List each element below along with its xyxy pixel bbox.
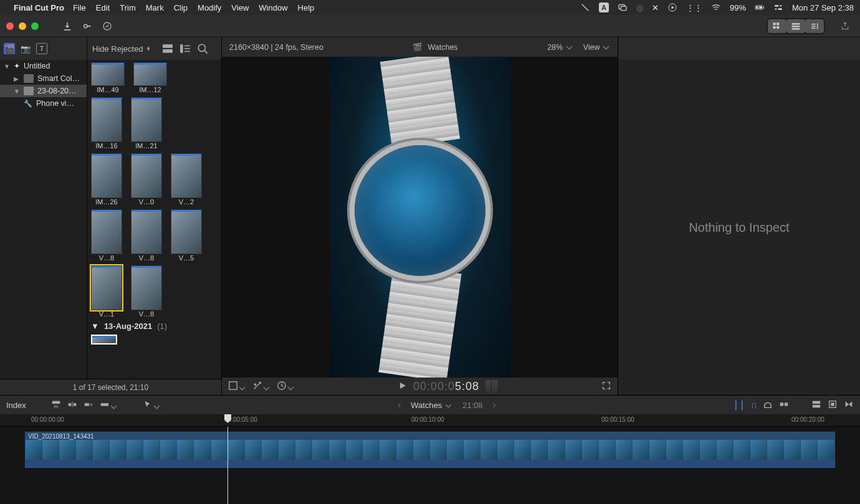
viewer-zoom-dropdown[interactable]: 28%	[547, 43, 573, 52]
clip-thumb-selected[interactable]: V…1	[91, 265, 122, 318]
show-timeline-button[interactable]	[786, 19, 805, 33]
svg-rect-36	[785, 402, 788, 406]
retime-tool-dropdown[interactable]	[277, 381, 295, 392]
status-input-icon[interactable]: A	[599, 2, 609, 12]
svg-rect-16	[792, 23, 800, 24]
tool-select-dropdown[interactable]	[143, 399, 161, 411]
status-battery-pct[interactable]: 99%	[730, 3, 746, 12]
menu-edit[interactable]: Edit	[96, 3, 110, 12]
clip-thumb[interactable]: V…8	[91, 209, 122, 262]
audio-skimming-button[interactable]: ⎍	[752, 401, 757, 410]
clip-thumb[interactable]: IM…26	[91, 153, 122, 206]
clip-thumb[interactable]: V…8	[131, 265, 162, 318]
timeline-body[interactable]: VID_20210813_143431	[0, 427, 860, 504]
status-control-center-icon[interactable]	[773, 2, 783, 12]
timeline-playhead[interactable]	[227, 427, 228, 504]
clip-appearance-button[interactable]	[811, 399, 821, 411]
solo-button[interactable]	[763, 399, 773, 411]
clip-thumb[interactable]: IM…12	[133, 62, 167, 93]
menu-modify[interactable]: Modify	[198, 3, 221, 12]
status-dots-icon[interactable]: ⋮⋮	[686, 3, 702, 12]
window-zoom[interactable]	[31, 22, 39, 30]
clip-thumb[interactable]: V…8	[131, 209, 162, 262]
clip-thumb[interactable]: IM…16	[91, 97, 122, 150]
menu-window[interactable]: Window	[259, 3, 287, 12]
transform-tool-dropdown[interactable]	[228, 381, 246, 392]
timeline-title-dropdown[interactable]: Watches	[411, 401, 452, 410]
menu-mark[interactable]: Mark	[146, 3, 164, 12]
transitions-browser-button[interactable]	[844, 399, 854, 411]
clip-audio-track[interactable]	[26, 460, 834, 467]
show-inspector-button[interactable]	[805, 19, 824, 33]
status-play-icon[interactable]	[667, 2, 677, 12]
background-tasks-button[interactable]	[98, 19, 116, 33]
clip-browser[interactable]: IM…49 IM…12 IM…16 IM…21 IM…26 V…0 V…2 V……	[87, 60, 221, 379]
timeline-history-back[interactable]: ‹	[398, 399, 401, 411]
import-button[interactable]	[59, 19, 76, 33]
search-icon[interactable]	[197, 43, 208, 54]
snapping-button[interactable]	[779, 399, 789, 411]
sidebar-smart-collections[interactable]: ▶Smart Col…	[0, 72, 87, 85]
svg-rect-24	[180, 44, 183, 53]
viewer-pane: 2160×3840 | 24 fps, Stereo 🎬 Watches 28%…	[222, 37, 618, 395]
window-close[interactable]	[6, 22, 14, 30]
clip-date-group[interactable]: ▼13-Aug-2021(1)	[91, 321, 217, 331]
overwrite-clip-dropdown[interactable]	[100, 399, 118, 411]
svg-point-21	[817, 27, 818, 29]
status-clock[interactable]: Mon 27 Sep 2:38	[792, 3, 854, 12]
svg-rect-15	[776, 26, 779, 29]
photos-tab-icon[interactable]: 📷	[20, 43, 31, 54]
append-clip-button[interactable]	[84, 399, 93, 411]
clip-thumb[interactable]: IM…21	[131, 97, 162, 150]
clip-thumb[interactable]: V…5	[171, 209, 202, 262]
sidebar-event-selected[interactable]: ▼23-08-20…	[0, 85, 87, 97]
fullscreen-button[interactable]	[601, 381, 611, 392]
list-view-icon[interactable]	[179, 43, 191, 54]
menu-trim[interactable]: Trim	[120, 3, 136, 12]
status-wifi-icon[interactable]	[711, 2, 721, 12]
window-minimize[interactable]	[19, 22, 26, 30]
menu-file[interactable]: File	[73, 3, 86, 12]
svg-point-19	[817, 23, 818, 24]
show-browser-button[interactable]	[768, 19, 786, 33]
titles-tab-icon[interactable]: T	[36, 43, 47, 54]
library-tab-icon[interactable]: 🎬	[4, 43, 15, 54]
timeline-index-button[interactable]: Index	[6, 401, 26, 410]
insert-clip-button[interactable]	[67, 399, 77, 411]
timeline-history-fwd[interactable]: ›	[493, 399, 496, 411]
status-stage-icon[interactable]	[618, 2, 628, 12]
menu-clip[interactable]: Clip	[174, 3, 188, 12]
sidebar-keyword-collection[interactable]: 🔧Phone vi…	[0, 97, 87, 110]
svg-rect-32	[85, 403, 89, 406]
sidebar-library-untitled[interactable]: ▼✦Untitled	[0, 60, 87, 72]
svg-rect-23	[163, 49, 173, 53]
clip-thumb[interactable]	[91, 335, 117, 345]
clip-thumb[interactable]: IM…49	[91, 62, 125, 93]
menu-help[interactable]: Help	[298, 3, 315, 12]
clip-appearance-icon[interactable]	[162, 43, 173, 54]
skimming-button[interactable]: ⎪⎪	[733, 401, 745, 410]
svg-point-9	[775, 8, 777, 10]
clip-thumb[interactable]: V…0	[131, 153, 162, 206]
app-name[interactable]: Final Cut Pro	[14, 3, 64, 12]
timeline-ruler[interactable]: 00:00:00:00 00:00:05:00 00:00:10:00 00:0…	[0, 414, 860, 427]
viewer-view-dropdown[interactable]: View	[583, 43, 610, 52]
connect-clip-button[interactable]	[51, 399, 61, 411]
status-mic-slash-icon[interactable]	[580, 2, 590, 12]
share-button[interactable]	[836, 19, 854, 33]
status-battery-icon[interactable]	[755, 2, 765, 12]
viewer-canvas[interactable]	[222, 57, 618, 378]
window-toolbar	[0, 15, 860, 37]
svg-rect-17	[792, 26, 800, 27]
effects-browser-button[interactable]	[828, 399, 838, 411]
clip-thumb[interactable]: V…2	[171, 153, 202, 206]
timeline-clip[interactable]: VID_20210813_143431	[25, 432, 835, 468]
filter-dropdown[interactable]: Hide Rejected▴▾	[92, 44, 150, 54]
play-button[interactable]	[398, 381, 407, 392]
viewer-timecode[interactable]: 00:00:05:08	[413, 379, 479, 393]
status-airdrop-icon[interactable]: ◎	[636, 3, 643, 12]
status-hammer-icon[interactable]: ✕	[652, 3, 659, 12]
menu-view[interactable]: View	[231, 3, 249, 12]
enhance-tool-dropdown[interactable]	[252, 381, 270, 392]
keyword-button[interactable]	[79, 19, 96, 33]
